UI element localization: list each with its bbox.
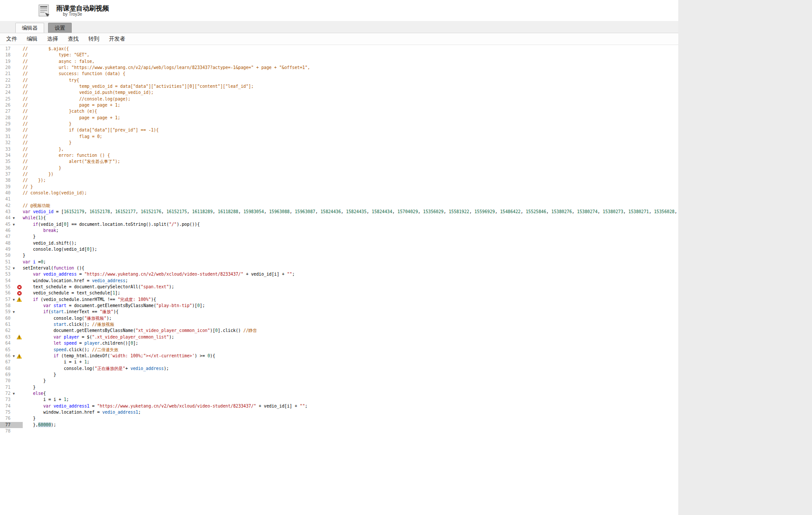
menu-developer[interactable]: 开发者: [104, 34, 130, 45]
code-line-22[interactable]: 22// try{: [0, 77, 678, 83]
code-line-76[interactable]: 76 }: [0, 415, 678, 422]
fold-arrow-icon[interactable]: ▾: [11, 265, 16, 271]
code-line-72[interactable]: 72▾ else{: [0, 391, 678, 397]
fold-arrow-icon[interactable]: ▾: [11, 297, 16, 303]
code-line-30[interactable]: 30// if (data["data"]["prev_id"] == -1){: [0, 127, 678, 133]
code-line-20[interactable]: 20// url: "https://www.yuketang.cn/v2/ap…: [0, 65, 678, 71]
line-number: 44: [0, 215, 11, 221]
fold-arrow-icon[interactable]: ▾: [11, 353, 16, 359]
code-line-66[interactable]: 66▾ if (temp_html.indexOf('width: 100%;"…: [0, 353, 678, 359]
code-line-52[interactable]: 52▾setInterval(function (){: [0, 265, 678, 271]
code-line-69[interactable]: 69 }: [0, 372, 678, 378]
code-line-45[interactable]: 45▾ if(vedio_id[0] == document.location.…: [0, 221, 678, 228]
tab-editor[interactable]: 编辑器: [15, 23, 44, 33]
code-line-68[interactable]: 68 console.log("正在播放的是"+ vedio_address);: [0, 366, 678, 372]
code-line-47[interactable]: 47 }: [0, 234, 678, 240]
code-text: // flag = 0;: [23, 134, 102, 140]
code-line-51[interactable]: 51var i =0;: [0, 259, 678, 265]
code-line-58[interactable]: 58 var start = document.getElementsByCla…: [0, 303, 678, 309]
gutter: 74: [0, 403, 23, 409]
code-line-41[interactable]: 41: [0, 196, 678, 202]
code-line-32[interactable]: 32// }: [0, 140, 678, 146]
code-line-57[interactable]: 57▾ if (vedio_schedule.innerHTML !== "完成…: [0, 297, 678, 303]
code-line-74[interactable]: 74 var vedio_address1 = "https://www.yuk…: [0, 403, 678, 409]
code-line-34[interactable]: 34// error: function () {: [0, 152, 678, 159]
code-line-33[interactable]: 33// },: [0, 146, 678, 152]
code-line-23[interactable]: 23// temp_vedio_id = data["data"]["activ…: [0, 83, 678, 90]
code-line-61[interactable]: 61 start.click(); //播放视频: [0, 321, 678, 328]
line-number: 49: [0, 246, 11, 252]
code-text: text_schedule = document.querySelectorAl…: [23, 284, 174, 290]
code-line-21[interactable]: 21// success: function (data) {: [0, 71, 678, 77]
code-line-71[interactable]: 71 }: [0, 384, 678, 391]
code-editor[interactable]: 17// $.ajax({18// type: "GET",19// async…: [0, 45, 678, 515]
menu-goto[interactable]: 转到: [83, 34, 104, 45]
code-line-19[interactable]: 19// async : false,: [0, 59, 678, 65]
code-line-25[interactable]: 25// //console.log(page);: [0, 96, 678, 102]
code-line-59[interactable]: 59▾ if(start.innerText == "播放"){: [0, 309, 678, 315]
line-number: 72: [0, 391, 11, 397]
code-line-46[interactable]: 46 break;: [0, 228, 678, 234]
menu-file[interactable]: 文件: [1, 34, 22, 45]
code-line-37[interactable]: 37// }): [0, 171, 678, 177]
gutter: 50: [0, 252, 23, 259]
code-line-42[interactable]: 42// @视频功能: [0, 203, 678, 209]
code-text: setInterval(function (){: [23, 265, 84, 271]
code-text: // }: [23, 165, 61, 171]
script-author: by Troy3e: [63, 12, 109, 17]
code-line-78[interactable]: 78: [0, 428, 678, 434]
line-number: 28: [0, 115, 11, 121]
code-line-38[interactable]: 38// });: [0, 177, 678, 183]
code-line-62[interactable]: 62 document.getElementsByClassName("xt_v…: [0, 328, 678, 334]
code-line-29[interactable]: 29// }: [0, 121, 678, 127]
menu-find[interactable]: 查找: [63, 34, 83, 45]
gutter: 40: [0, 190, 23, 196]
gutter: 23: [0, 83, 23, 90]
line-number: 54: [0, 278, 11, 284]
code-line-73[interactable]: 73 i = i + 1;: [0, 397, 678, 403]
menu-edit[interactable]: 编辑: [22, 34, 42, 45]
code-line-75[interactable]: 75 window.location.href = vedio_address1…: [0, 409, 678, 415]
fold-arrow-icon[interactable]: ▾: [11, 215, 16, 221]
code-line-64[interactable]: 64 let speed = player.children()[0];: [0, 340, 678, 346]
code-text: window.location.href = vedio_address;: [23, 278, 128, 284]
code-line-67[interactable]: 67 i = i + 1;: [0, 359, 678, 365]
code-line-65[interactable]: 65 speed.click(); //二倍速失效: [0, 347, 678, 353]
menu-selection[interactable]: 选择: [42, 34, 63, 45]
code-line-36[interactable]: 36// }: [0, 165, 678, 171]
code-line-63[interactable]: 63 var player = $(".xt_video_player_comm…: [0, 334, 678, 340]
code-line-54[interactable]: 54 window.location.href = vedio_address;: [0, 278, 678, 284]
code-line-70[interactable]: 70 }: [0, 378, 678, 384]
gutter: 24: [0, 90, 23, 96]
code-line-77[interactable]: 77 },60000);: [0, 422, 678, 428]
code-line-24[interactable]: 24// vedio_id.push(temp_vedio_id);: [0, 90, 678, 96]
code-line-31[interactable]: 31// flag = 0;: [0, 134, 678, 140]
gutter: 60: [0, 315, 23, 321]
fold-arrow-icon[interactable]: ▾: [11, 221, 16, 228]
code-line-28[interactable]: 28// page = page + 1;: [0, 115, 678, 121]
fold-arrow-icon[interactable]: ▾: [11, 391, 16, 397]
code-line-17[interactable]: 17// $.ajax({: [0, 46, 678, 52]
code-line-60[interactable]: 60 console.log("播放视频");: [0, 315, 678, 321]
tab-settings[interactable]: 设置: [48, 23, 72, 33]
menu-bar: 文件编辑选择查找转到开发者: [0, 33, 678, 45]
fold-arrow-icon[interactable]: ▾: [11, 309, 16, 315]
code-line-44[interactable]: 44▾while(1){: [0, 215, 678, 221]
code-line-53[interactable]: 53 var vedio_address = "https://www.yuke…: [0, 271, 678, 277]
line-number: 76: [0, 415, 11, 422]
gutter: 41: [0, 196, 23, 202]
code-line-26[interactable]: 26// page = page + 1;: [0, 102, 678, 108]
code-line-55[interactable]: 55 text_schedule = document.querySelecto…: [0, 284, 678, 290]
code-line-27[interactable]: 27// }catch (e){: [0, 108, 678, 114]
code-line-18[interactable]: 18// type: "GET",: [0, 52, 678, 58]
code-line-49[interactable]: 49 console.log(vedio_id[0]);: [0, 246, 678, 252]
gutter: 34: [0, 152, 23, 159]
code-text: if (vedio_schedule.innerHTML !== "完成度: 1…: [23, 297, 156, 303]
code-line-35[interactable]: 35// alert("发生甚么事了");: [0, 159, 678, 165]
code-line-56[interactable]: 56 vedio_schedule = text_schedule[1];: [0, 290, 678, 296]
code-line-48[interactable]: 48 vedio_id.shift();: [0, 240, 678, 246]
code-line-43[interactable]: 43var vedio_id = [16152179, 16152178, 16…: [0, 209, 678, 215]
code-line-50[interactable]: 50}: [0, 252, 678, 259]
code-line-39[interactable]: 39// }: [0, 184, 678, 190]
code-line-40[interactable]: 40// console.log(vedio_id);: [0, 190, 678, 196]
